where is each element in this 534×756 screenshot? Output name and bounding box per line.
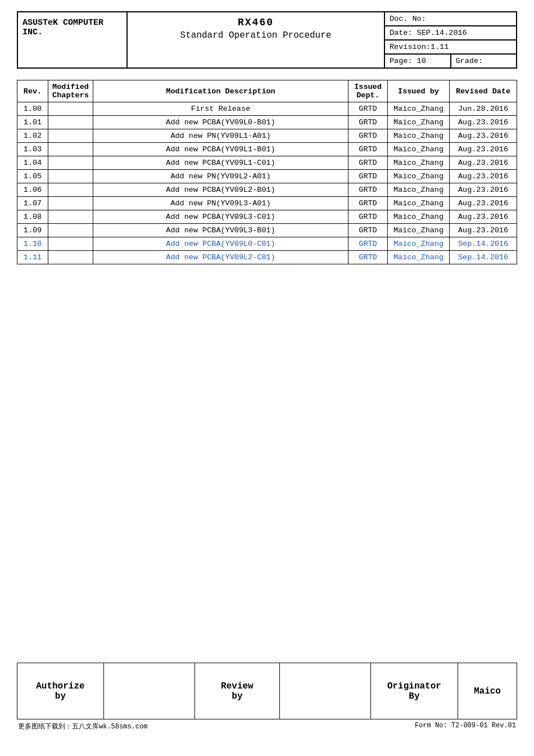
rev-cell: 1.07	[17, 197, 48, 210]
date-cell: Sep.14.2016	[450, 251, 517, 264]
doc-info-inner: Doc. No: Date: SEP.14.2016 Revision:1.11…	[385, 12, 516, 68]
table-row: 1.05Add new PN(YV09L2-A01)GRTDMaico_Zhan…	[17, 170, 517, 183]
dept-cell: GRTD	[349, 129, 388, 143]
rev-cell: 1.10	[17, 237, 48, 251]
page-grade-row: Page: 10 Grade:	[385, 55, 516, 68]
col-header-rev: Rev.	[17, 80, 48, 102]
table-row: 1.06Add new PCBA(YV09L2-B01)GRTDMaico_Zh…	[17, 183, 517, 197]
chapters-cell	[48, 102, 93, 116]
issued-cell: Maico_Zhang	[388, 129, 450, 143]
dept-cell: GRTD	[349, 251, 388, 264]
chapters-cell	[48, 170, 93, 183]
rev-cell: 1.08	[17, 210, 48, 224]
chapters-cell	[48, 116, 93, 129]
content-spacer	[17, 276, 517, 663]
col-header-date: Revised Date	[450, 80, 517, 102]
rev-cell: 1.11	[17, 251, 48, 264]
date-cell: Jun.28.2016	[450, 102, 517, 116]
desc-cell: Add new PCBA(YV09L3-B01)	[93, 224, 349, 237]
rev-cell: 1.00	[17, 102, 48, 116]
desc-cell: Add new PN(YV09L1-A01)	[93, 129, 349, 143]
doc-revision: Revision:1.11	[385, 40, 516, 54]
desc-cell: Add new PN(YV09L2-A01)	[93, 170, 349, 183]
dept-cell: GRTD	[349, 116, 388, 129]
issued-cell: Maico_Zhang	[388, 197, 450, 210]
chapters-cell	[48, 224, 93, 237]
footer-left: 更多图纸下载到：五八文库wk.58sms.com	[18, 722, 147, 731]
dept-cell: GRTD	[349, 170, 388, 183]
company-name: ASUSTeK COMPUTER INC.	[22, 18, 103, 37]
issued-cell: Maico_Zhang	[388, 224, 450, 237]
chapters-cell	[48, 197, 93, 210]
rev-cell: 1.02	[17, 129, 48, 143]
header-table: ASUSTeK COMPUTER INC. RX460 Standard Ope…	[17, 11, 517, 69]
issued-cell: Maico_Zhang	[388, 156, 450, 170]
issued-cell: Maico_Zhang	[388, 237, 450, 251]
footer-bar: 更多图纸下载到：五八文库wk.58sms.com Form No: T2-009…	[17, 719, 517, 734]
originator-by-label: OriginatorBy	[387, 681, 441, 701]
rev-cell: 1.09	[17, 224, 48, 237]
table-row: 1.07Add new PN(YV09L3-A01)GRTDMaico_Zhan…	[17, 197, 517, 210]
date-cell: Aug.23.2016	[450, 116, 517, 129]
issued-cell: Maico_Zhang	[388, 116, 450, 129]
chapters-cell	[48, 251, 93, 264]
table-row: 1.11Add new PCBA(YV09L2-C01)GRTDMaico_Zh…	[17, 251, 517, 264]
issued-cell: Maico_Zhang	[388, 210, 450, 224]
originator-name: Maico	[474, 686, 501, 696]
dept-cell: GRTD	[349, 183, 388, 197]
grade-info: Grade:	[451, 55, 517, 68]
footer-right: Form No: T2-009-01 Rev.01	[415, 722, 516, 731]
dept-cell: GRTD	[349, 143, 388, 156]
date-cell: Aug.23.2016	[450, 210, 517, 224]
doc-title: RX460	[133, 17, 378, 28]
desc-cell: Add new PCBA(YV09L2-C01)	[93, 251, 349, 264]
originator-name-cell: Maico	[458, 663, 517, 719]
col-header-desc: Modification Description	[93, 80, 349, 102]
table-row: 1.04Add new PCBA(YV09L1-C01)GRTDMaico_Zh…	[17, 156, 517, 170]
desc-cell: Add new PCBA(YV09L0-B01)	[93, 116, 349, 129]
chapters-cell	[48, 183, 93, 197]
page-wrapper: ASUSTeK COMPUTER INC. RX460 Standard Ope…	[0, 0, 534, 756]
date-cell: Aug.23.2016	[450, 224, 517, 237]
col-header-dept: IssuedDept.	[349, 80, 388, 102]
dept-cell: GRTD	[349, 237, 388, 251]
dept-cell: GRTD	[349, 197, 388, 210]
authorize-by-label: Authorizeby	[36, 681, 84, 701]
signature-row: Authorizeby Reviewby OriginatorBy Maico	[17, 663, 517, 719]
desc-cell: Add new PN(YV09L3-A01)	[93, 197, 349, 210]
doc-no: Doc. No:	[385, 12, 516, 26]
dept-cell: GRTD	[349, 102, 388, 116]
col-header-modified: ModifiedChapters	[48, 80, 93, 102]
issued-cell: Maico_Zhang	[388, 102, 450, 116]
chapters-cell	[48, 143, 93, 156]
table-row: 1.02Add new PN(YV09L1-A01)GRTDMaico_Zhan…	[17, 129, 517, 143]
doc-info-cell: Doc. No: Date: SEP.14.2016 Revision:1.11…	[384, 12, 517, 68]
review-by-space	[279, 663, 370, 719]
chapters-cell	[48, 237, 93, 251]
rev-cell: 1.05	[17, 170, 48, 183]
desc-cell: Add new PCBA(YV09L0-C01)	[93, 237, 349, 251]
date-cell: Aug.23.2016	[450, 183, 517, 197]
table-row: 1.03Add new PCBA(YV09L1-B01)GRTDMaico_Zh…	[17, 143, 517, 156]
chapters-cell	[48, 156, 93, 170]
desc-cell: First Release	[93, 102, 349, 116]
revision-header-row: Rev. ModifiedChapters Modification Descr…	[17, 80, 517, 102]
dept-cell: GRTD	[349, 156, 388, 170]
page-info: Page: 10	[385, 55, 451, 68]
dept-cell: GRTD	[349, 224, 388, 237]
date-cell: Aug.23.2016	[450, 129, 517, 143]
authorize-by-cell: Authorizeby	[17, 663, 104, 719]
table-row: 1.08Add new PCBA(YV09L3-C01)GRTDMaico_Zh…	[17, 210, 517, 224]
signature-table: Authorizeby Reviewby OriginatorBy Maico	[17, 663, 517, 719]
desc-cell: Add new PCBA(YV09L2-B01)	[93, 183, 349, 197]
issued-cell: Maico_Zhang	[388, 170, 450, 183]
desc-cell: Add new PCBA(YV09L3-C01)	[93, 210, 349, 224]
issued-cell: Maico_Zhang	[388, 251, 450, 264]
date-cell: Aug.23.2016	[450, 156, 517, 170]
table-row: 1.10Add new PCBA(YV09L0-C01)GRTDMaico_Zh…	[17, 237, 517, 251]
doc-date: Date: SEP.14.2016	[385, 26, 516, 40]
revision-table: Rev. ModifiedChapters Modification Descr…	[17, 80, 517, 264]
col-header-issued: Issued by	[388, 80, 450, 102]
date-cell: Aug.23.2016	[450, 143, 517, 156]
table-row: 1.09Add new PCBA(YV09L3-B01)GRTDMaico_Zh…	[17, 224, 517, 237]
